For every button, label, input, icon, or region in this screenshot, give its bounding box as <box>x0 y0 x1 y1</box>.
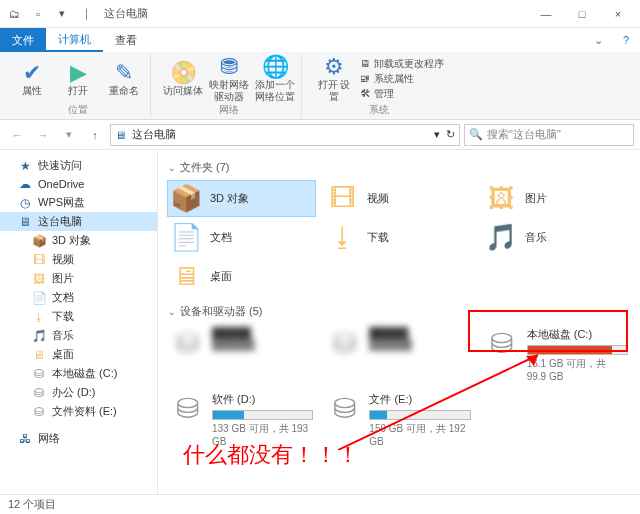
folder-item[interactable]: 🖥桌面 <box>168 259 315 294</box>
sidebar-item-label: 音乐 <box>52 328 74 343</box>
access-media-button[interactable]: 📀访问媒体 <box>163 54 203 103</box>
drives-grid: ⛁███████████⛁███████████⛁本地磁盘 (C:)16.1 G… <box>168 325 630 449</box>
rename-button[interactable]: ✎重命名 <box>104 54 144 103</box>
drive-item[interactable]: ⛁文件 (E:)159 GB 可用，共 192 GB <box>325 390 472 449</box>
sidebar-item-label: 桌面 <box>52 347 74 362</box>
sidebar-item-label: 这台电脑 <box>38 214 82 229</box>
navigation-bar: ← → ▾ ↑ 🖥 这台电脑 ▾ ↻ 🔍 搜索"这台电脑" <box>0 120 640 150</box>
folder-label: 桌面 <box>210 269 232 284</box>
close-button[interactable]: × <box>600 0 636 28</box>
sidebar-item[interactable]: ⛁办公 (D:) <box>0 383 157 402</box>
open-settings-button[interactable]: ⚙打开 设置 <box>314 54 354 103</box>
sidebar-item-icon: ⛁ <box>32 386 46 400</box>
tab-file[interactable]: 文件 <box>0 28 46 52</box>
ribbon-group-system: ⚙打开 设置 🖥卸载或更改程序 🖳系统属性 🛠管理 系统 <box>308 54 450 117</box>
drive-icon: ⛁ <box>170 392 204 425</box>
sidebar-item-icon: ⛁ <box>32 367 46 381</box>
sidebar-item-label: 本地磁盘 (C:) <box>52 366 117 381</box>
up-button[interactable]: ↑ <box>84 124 106 146</box>
tab-computer[interactable]: 计算机 <box>46 28 103 52</box>
sidebar-item-label: 办公 (D:) <box>52 385 95 400</box>
address-bar[interactable]: 🖥 这台电脑 ▾ ↻ <box>110 124 460 146</box>
sidebar-item[interactable]: 🎞视频 <box>0 250 157 269</box>
search-icon: 🔍 <box>469 128 483 141</box>
folder-icon: ⭳ <box>327 222 359 253</box>
ribbon-group-network: 📀访问媒体 ⛃映射网络 驱动器 🌐添加一个 网络位置 网络 <box>157 54 302 117</box>
sidebar-item-label: WPS网盘 <box>38 195 85 210</box>
sidebar-item[interactable]: 📄文档 <box>0 288 157 307</box>
sidebar-item[interactable]: ☁OneDrive <box>0 175 157 193</box>
ribbon-tabs: 文件 计算机 查看 ⌄ ? <box>0 28 640 52</box>
properties-button[interactable]: ✔属性 <box>12 54 52 103</box>
sidebar-item-label: 图片 <box>52 271 74 286</box>
sidebar-item[interactable]: 🖼图片 <box>0 269 157 288</box>
drive-space: 16.1 GB 可用，共 99.9 GB <box>527 357 628 382</box>
manage-icon: 🛠 <box>360 88 370 99</box>
media-icon: 📀 <box>170 61 197 85</box>
folder-item[interactable]: 🎵音乐 <box>483 220 630 255</box>
breadcrumb[interactable]: 这台电脑 <box>132 127 176 142</box>
drive-name: 软件 (D:) <box>212 392 313 407</box>
tab-view[interactable]: 查看 <box>103 28 149 52</box>
manage-computer[interactable]: 🛠管理 <box>360 87 444 101</box>
search-input[interactable]: 🔍 搜索"这台电脑" <box>464 124 634 146</box>
gear-icon: ⚙ <box>324 55 344 79</box>
help-icon[interactable]: ⌄ <box>584 28 612 52</box>
qat-dropdown-icon[interactable]: ▾ <box>52 4 72 24</box>
sidebar-item[interactable]: 🖧网络 <box>0 429 157 448</box>
drive-icon: ⛁ <box>327 392 361 425</box>
forward-button[interactable]: → <box>32 124 54 146</box>
sidebar-item-label: 文件资料 (E:) <box>52 404 117 419</box>
sidebar-item[interactable]: ★快速访问 <box>0 156 157 175</box>
drives-header[interactable]: ⌄设备和驱动器 (5) <box>168 304 630 319</box>
folder-item[interactable]: 📦3D 对象 <box>168 181 315 216</box>
sidebar-item[interactable]: 🎵音乐 <box>0 326 157 345</box>
sidebar-item-icon: 📦 <box>32 234 46 248</box>
drive-item[interactable]: ⛁本地磁盘 (C:)16.1 GB 可用，共 99.9 GB <box>483 325 630 384</box>
sidebar-item[interactable]: ⛁本地磁盘 (C:) <box>0 364 157 383</box>
sidebar-item[interactable]: 🖥这台电脑 <box>0 212 157 231</box>
uninstall-programs[interactable]: 🖥卸载或更改程序 <box>360 57 444 71</box>
sidebar-item-label: 视频 <box>52 252 74 267</box>
folder-icon: 📦 <box>170 183 202 214</box>
drive-item[interactable]: ⛁软件 (D:)133 GB 可用，共 193 GB <box>168 390 315 449</box>
folders-header[interactable]: ⌄文件夹 (7) <box>168 160 630 175</box>
maximize-button[interactable]: □ <box>564 0 600 28</box>
system-properties[interactable]: 🖳系统属性 <box>360 72 444 86</box>
refresh-icon[interactable]: ↻ <box>446 128 455 141</box>
folder-item[interactable]: 🖼图片 <box>483 181 630 216</box>
drive-name: 本地磁盘 (C:) <box>527 327 628 342</box>
back-button[interactable]: ← <box>6 124 28 146</box>
folder-item[interactable]: 🎞视频 <box>325 181 472 216</box>
map-drive-button[interactable]: ⛃映射网络 驱动器 <box>209 54 249 103</box>
drive-item[interactable]: ⛁███████████ <box>168 325 315 384</box>
info-icon[interactable]: ? <box>612 28 640 52</box>
open-button[interactable]: ▶打开 <box>58 54 98 103</box>
drive-item[interactable]: ⛁███████████ <box>325 325 472 384</box>
drive-space: ██████ <box>212 339 313 350</box>
recent-dropdown[interactable]: ▾ <box>58 124 80 146</box>
folder-label: 3D 对象 <box>210 191 249 206</box>
sidebar-item-label: 文档 <box>52 290 74 305</box>
sidebar-item-icon: 🖥 <box>32 348 46 362</box>
dropdown-icon[interactable]: ▾ <box>434 128 440 141</box>
folder-item[interactable]: ⭳下载 <box>325 220 472 255</box>
sidebar-item[interactable]: ⛁文件资料 (E:) <box>0 402 157 421</box>
sidebar-item-label: 网络 <box>38 431 60 446</box>
sidebar-item[interactable]: 🖥桌面 <box>0 345 157 364</box>
folder-item[interactable]: 📄文档 <box>168 220 315 255</box>
divider-icon: ｜ <box>76 4 96 24</box>
sidebar-item[interactable]: ⭳下载 <box>0 307 157 326</box>
folder-icon[interactable]: ▫ <box>28 4 48 24</box>
folder-icon: 📄 <box>170 222 202 253</box>
sidebar-item[interactable]: 📦3D 对象 <box>0 231 157 250</box>
sidebar-item-icon: ⭳ <box>32 310 46 324</box>
add-network-button[interactable]: 🌐添加一个 网络位置 <box>255 54 295 103</box>
body: ★快速访问☁OneDrive◷WPS网盘🖥这台电脑📦3D 对象🎞视频🖼图片📄文档… <box>0 150 640 494</box>
sidebar-item-icon: 🖥 <box>18 215 32 229</box>
drive-usage-bar <box>369 410 470 420</box>
computer-icon: 🖥 <box>115 129 126 141</box>
minimize-button[interactable]: — <box>528 0 564 28</box>
sidebar-item[interactable]: ◷WPS网盘 <box>0 193 157 212</box>
explorer-icon: 🗂 <box>4 4 24 24</box>
